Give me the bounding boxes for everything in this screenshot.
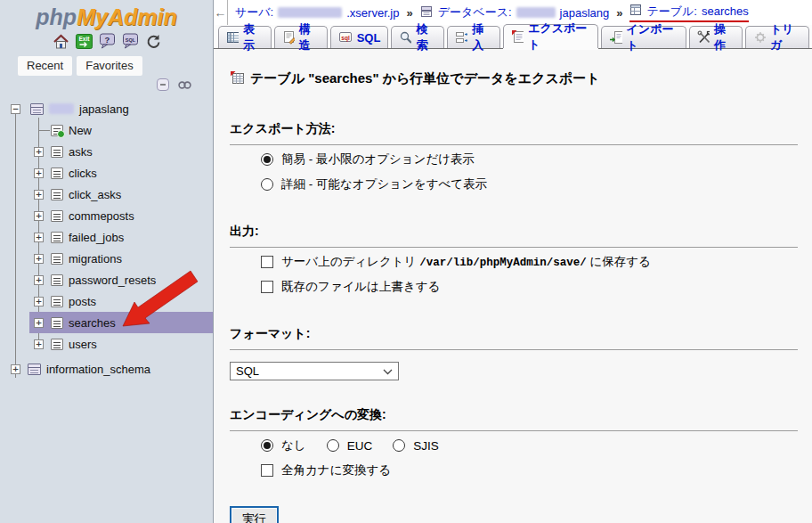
radio-encoding-none-label[interactable]: なし <box>281 437 306 454</box>
table-row[interactable]: + posts <box>0 290 213 312</box>
hide-panel-arrow-icon[interactable]: ← <box>214 5 227 20</box>
database-row[interactable]: − japaslang <box>0 98 213 119</box>
checkbox-kana-conversion[interactable] <box>261 464 273 477</box>
new-table-link[interactable]: New <box>69 124 92 137</box>
new-table-row[interactable]: New <box>0 119 213 141</box>
tab-browse[interactable]: 表示 <box>218 26 272 48</box>
breadcrumb-server-label[interactable]: サーバ: <box>235 4 273 20</box>
kana-conversion-label[interactable]: 全角カナに変換する <box>281 462 391 478</box>
page-title: テーブル "searches" から行単位でデータをエクスポート <box>230 49 798 87</box>
section-heading: エンコーディングへの変換: <box>230 407 798 431</box>
export-icon <box>511 29 524 44</box>
expand-icon[interactable]: + <box>34 297 44 306</box>
tree-controls <box>156 78 192 91</box>
table-row[interactable]: + click_asks <box>0 184 213 205</box>
radio-quick-label[interactable]: 簡易 - 最小限のオプションだけ表示 <box>281 151 475 168</box>
link-icon[interactable] <box>177 79 192 91</box>
svg-text:Exit: Exit <box>78 36 90 42</box>
radio-custom-label[interactable]: 詳細 - 可能なオプションをすべて表示 <box>281 176 487 192</box>
refresh-icon[interactable] <box>145 34 161 49</box>
phpmyadmin-logo[interactable]: phpMyAdmin <box>0 4 213 30</box>
svg-text:?: ? <box>104 35 110 45</box>
database-icon <box>30 103 44 115</box>
table-link[interactable]: password_resets <box>69 274 156 287</box>
tab-search[interactable]: 検索 <box>391 26 444 48</box>
radio-encoding-euc-label[interactable]: EUC <box>347 439 373 453</box>
table-row[interactable]: + commeposts <box>0 205 213 226</box>
database-row[interactable]: + information_schema <box>0 358 213 380</box>
collapse-icon[interactable]: − <box>11 104 20 114</box>
save-on-server-label[interactable]: サーバ上のディレクトリ /var/lib/phpMyAdmin/save/ に保… <box>281 254 651 270</box>
expand-icon[interactable]: + <box>34 211 44 221</box>
table-link[interactable]: posts <box>69 295 96 308</box>
table-row[interactable]: + password_resets <box>0 269 213 290</box>
expand-icon[interactable]: + <box>34 168 44 178</box>
search-icon <box>399 30 411 45</box>
overwrite-label[interactable]: 既存のファイルは上書きする <box>281 279 440 295</box>
favorites-tab[interactable]: Favorites <box>77 56 142 76</box>
tab-export[interactable]: エクスポート <box>503 24 598 48</box>
radio-encoding-sjis[interactable] <box>393 439 405 452</box>
radio-encoding-euc[interactable] <box>327 439 339 452</box>
radio-custom[interactable] <box>261 178 273 191</box>
tab-operations[interactable]: 操作 <box>689 26 743 48</box>
table-link[interactable]: commeposts <box>69 209 134 223</box>
breadcrumb-table-crumb[interactable]: テーブル: searches <box>629 4 748 22</box>
question-bubble-icon[interactable]: ? <box>99 33 116 49</box>
breadcrumb-server-suffix[interactable]: .xserver.jp <box>346 6 399 20</box>
table-row-selected[interactable]: + searches <box>0 312 213 333</box>
checkbox-save-on-server[interactable] <box>261 256 273 268</box>
tab-triggers[interactable]: トリガ <box>745 26 809 48</box>
database-icon <box>28 364 41 375</box>
breadcrumb-table-label[interactable]: テーブル: <box>646 4 697 20</box>
table-row[interactable]: + clicks <box>0 162 213 184</box>
radio-encoding-sjis-label[interactable]: SJIS <box>413 439 439 453</box>
table-icon <box>629 4 642 19</box>
tab-sql[interactable]: sql SQL <box>330 26 389 48</box>
breadcrumb-database-label[interactable]: データベース: <box>438 4 512 20</box>
export-method-section: エクスポート方法: 簡易 - 最小限のオプションだけ表示 詳細 - 可能なオプシ… <box>230 121 798 197</box>
tab-structure[interactable]: 構造 <box>274 26 328 48</box>
recent-tab[interactable]: Recent <box>18 56 72 76</box>
collapse-all-button[interactable] <box>156 78 170 91</box>
execute-button[interactable]: 実行 <box>230 506 279 523</box>
table-row[interactable]: + users <box>0 333 213 355</box>
expand-icon[interactable]: + <box>34 147 44 157</box>
table-link[interactable]: failed_jobs <box>69 231 124 244</box>
expand-icon[interactable]: + <box>34 318 44 328</box>
expand-icon[interactable]: + <box>11 364 20 374</box>
table-row[interactable]: + asks <box>0 141 213 162</box>
tab-import[interactable]: インポート <box>601 26 686 48</box>
breadcrumb-separator: » <box>406 6 412 20</box>
checkbox-overwrite[interactable] <box>261 281 273 293</box>
table-link[interactable]: users <box>69 338 97 351</box>
logo-text-myadmin: MyAdmin <box>77 4 177 29</box>
encoding-section: エンコーディングへの変換: なし EUC SJIS 全角カナに変換する <box>230 407 798 483</box>
trigger-icon <box>753 30 766 45</box>
table-link[interactable]: searches <box>69 316 116 330</box>
home-icon[interactable] <box>53 34 69 49</box>
expand-icon[interactable]: + <box>34 254 44 264</box>
expand-icon[interactable]: + <box>34 339 44 349</box>
expand-icon[interactable]: + <box>34 233 44 242</box>
expand-icon[interactable]: + <box>34 190 44 200</box>
table-link[interactable]: migrations <box>69 252 122 266</box>
breadcrumb-table-name[interactable]: searches <box>702 4 749 18</box>
table-row[interactable]: + migrations <box>0 248 213 269</box>
radio-encoding-none[interactable] <box>261 439 273 452</box>
table-row[interactable]: + failed_jobs <box>0 226 213 248</box>
sql-bubble-icon[interactable]: SQL <box>122 33 139 49</box>
radio-quick[interactable] <box>261 153 273 166</box>
format-section: フォーマット: SQL <box>230 326 798 380</box>
table-link[interactable]: asks <box>69 145 93 159</box>
breadcrumb-database-name[interactable]: japaslang <box>560 6 610 20</box>
database-link[interactable]: information_schema <box>46 363 150 376</box>
table-icon <box>51 210 63 222</box>
format-select[interactable]: SQL <box>230 362 399 380</box>
database-link[interactable]: japaslang <box>79 102 129 116</box>
table-link[interactable]: click_asks <box>69 188 121 201</box>
table-link[interactable]: clicks <box>69 167 97 180</box>
tab-insert[interactable]: 挿入 <box>447 26 500 48</box>
exit-icon[interactable]: Exit <box>76 34 93 49</box>
expand-icon[interactable]: + <box>34 275 44 285</box>
